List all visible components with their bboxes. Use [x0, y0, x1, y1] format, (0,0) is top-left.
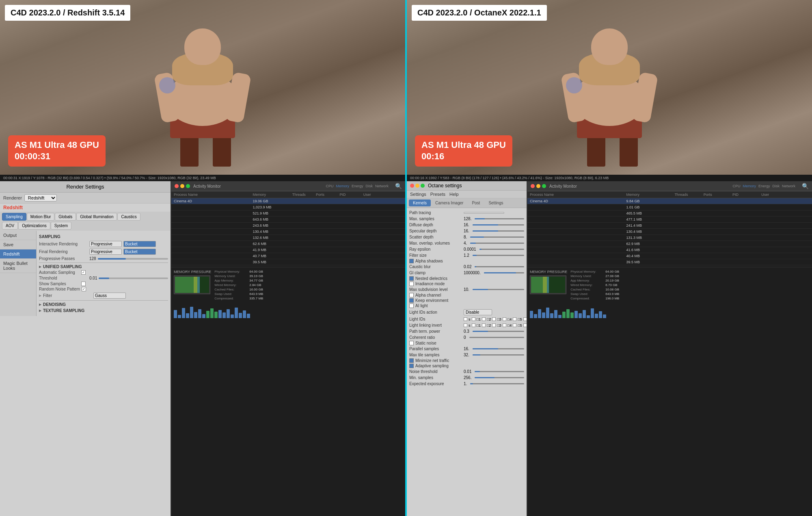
min-samples-slider[interactable]	[475, 377, 524, 378]
am-tab-memory-active[interactable]: Memory	[336, 184, 349, 188]
lid-0-4[interactable]	[503, 317, 506, 321]
tab-sampling[interactable]: Sampling	[2, 213, 26, 221]
threshold-slider[interactable]	[99, 278, 168, 279]
minimize-net-traffic-checkbox[interactable]	[409, 358, 414, 363]
ai-light-checkbox[interactable]	[409, 304, 414, 308]
scatter-depth-slider[interactable]	[470, 236, 524, 238]
light-ids-action-row: Light IDs action Disable	[409, 308, 524, 316]
path-term-power-slider[interactable]	[473, 331, 524, 332]
am-col-ports: Ports	[316, 193, 339, 197]
random-noise-checkbox[interactable]	[82, 287, 86, 291]
os-menu-help[interactable]: Help	[449, 192, 459, 197]
nav-redshift[interactable]: Redshift	[0, 249, 36, 259]
am-tab-disk-r[interactable]: Disk	[772, 184, 780, 188]
am-tab-cpu[interactable]: CPU	[326, 184, 333, 188]
renderer-select[interactable]: Redshift	[24, 194, 57, 202]
parallel-samples-slider[interactable]	[473, 348, 524, 349]
static-noise-checkbox[interactable]	[409, 341, 414, 345]
progressive-passes-slider[interactable]	[98, 258, 168, 260]
automatic-sampling-checkbox[interactable]	[81, 270, 86, 275]
keep-environment-checkbox[interactable]	[409, 298, 414, 303]
max-tile-samples-slider[interactable]	[473, 354, 524, 356]
am-minimize-btn-r[interactable]	[536, 184, 540, 188]
am-tab-energy-r[interactable]: Energy	[758, 184, 770, 188]
lid-0-1[interactable]	[472, 317, 475, 321]
filter-select[interactable]: Gauss	[93, 293, 126, 299]
nav-save[interactable]: Save	[0, 240, 36, 249]
lid-0-6[interactable]	[523, 317, 527, 321]
lli-4[interactable]	[503, 323, 506, 327]
light-ids-action-dropdown[interactable]: Disable	[464, 309, 492, 315]
am-tab-energy[interactable]: Energy	[352, 184, 363, 188]
lid-s1[interactable]	[464, 317, 467, 321]
lli-6[interactable]	[523, 323, 527, 327]
tab-global-illum[interactable]: Global Illumination	[76, 213, 117, 221]
alpha-channel-checkbox[interactable]	[409, 293, 414, 297]
lli-1[interactable]	[472, 323, 475, 327]
am-close-btn[interactable]	[175, 184, 179, 188]
diffuse-depth-slider[interactable]	[473, 224, 524, 225]
expected-exposure-slider[interactable]	[470, 383, 524, 384]
filter-size-slider[interactable]	[473, 255, 524, 256]
am-search-icon[interactable]: 🔍	[395, 183, 402, 189]
adaptive-sampling-checkbox[interactable]	[409, 364, 414, 368]
path-tracing-dropdown[interactable]	[464, 212, 504, 214]
am-tab-cpu-r[interactable]: CPU	[732, 184, 740, 188]
am-tab-network[interactable]: Network	[375, 184, 389, 188]
am-close-btn-r[interactable]	[531, 184, 535, 188]
tab-motion-blur[interactable]: Motion Blur	[27, 213, 55, 221]
os-tab-settings[interactable]: Settings	[484, 199, 507, 206]
noise-threshold-slider[interactable]	[475, 371, 524, 372]
os-tab-camera-imager[interactable]: Camera Imager	[431, 199, 467, 206]
am-minimize-btn[interactable]	[180, 184, 184, 188]
os-tab-post[interactable]: Post	[468, 199, 484, 206]
am-tab-memory-r[interactable]: Memory	[743, 184, 756, 188]
caustic-blur-row: Caustic blur 0.02	[409, 264, 524, 270]
tab-optimizations[interactable]: Optimizations	[18, 222, 50, 230]
irradiance-mode-checkbox[interactable]	[409, 282, 414, 286]
am-fullscreen-btn-r[interactable]	[542, 184, 546, 188]
ray-epsilon-slider[interactable]	[479, 249, 524, 250]
interactive-rendering-bucket[interactable]: Bucket	[123, 241, 156, 247]
am-tab-network-r[interactable]: Network	[782, 184, 795, 188]
am-tab-disk[interactable]: Disk	[365, 184, 373, 188]
final-rendering-bucket[interactable]: Bucket	[123, 249, 156, 255]
tab-caustics[interactable]: Caustics	[117, 213, 140, 221]
tab-globals[interactable]: Globals	[55, 213, 76, 221]
os-menu-settings[interactable]: Settings	[410, 192, 426, 197]
specular-depth-slider[interactable]	[473, 230, 524, 232]
lli-2[interactable]	[482, 323, 486, 327]
nav-output[interactable]: Output	[0, 231, 36, 240]
lli-s1[interactable]	[464, 323, 467, 327]
os-close-btn[interactable]	[410, 184, 414, 188]
am-fullscreen-btn[interactable]	[186, 184, 190, 188]
max-samples-slider[interactable]	[475, 218, 524, 219]
lli-5[interactable]	[513, 323, 516, 327]
nav-magic-bullet[interactable]: Magic Bullet Looks	[0, 259, 36, 273]
os-menu-presets[interactable]: Presets	[430, 192, 445, 197]
lid-0-3[interactable]	[492, 317, 496, 321]
alpha-shadows-checkbox[interactable]	[409, 259, 414, 263]
max-subdiv-slider[interactable]	[473, 289, 524, 290]
max-overlap-slider[interactable]	[470, 243, 524, 244]
os-minimize-btn[interactable]	[415, 184, 419, 188]
tab-system[interactable]: System	[51, 222, 71, 230]
final-rendering-select[interactable]: Progressive	[89, 249, 122, 255]
show-samples-checkbox[interactable]	[81, 282, 86, 286]
denoising-header[interactable]: ▶ DENOISING	[39, 301, 168, 308]
os-tab-kernels[interactable]: Kernels	[409, 199, 431, 206]
unified-sampling-header[interactable]: ▶ UNIFIED SAMPLING	[39, 264, 168, 270]
am-search-icon-r[interactable]: 🔍	[802, 183, 809, 189]
interactive-rendering-select[interactable]: Progressive	[89, 241, 122, 247]
lli-3[interactable]	[492, 323, 496, 327]
caustic-blur-slider[interactable]	[475, 266, 524, 267]
nested-dielectrics-checkbox[interactable]	[409, 276, 414, 281]
lid-0-2[interactable]	[482, 317, 486, 321]
tab-aov[interactable]: AOV	[2, 222, 18, 230]
coherent-ratio-slider[interactable]	[469, 337, 524, 338]
os-fullscreen-btn[interactable]	[421, 184, 425, 188]
lid-0-5[interactable]	[513, 317, 516, 321]
texture-sampling-header[interactable]: ▶ TEXTURE SAMPLING	[39, 308, 168, 314]
filter-row: ▶ Filter Gauss	[39, 292, 168, 299]
gi-clamp-slider[interactable]	[484, 272, 524, 273]
